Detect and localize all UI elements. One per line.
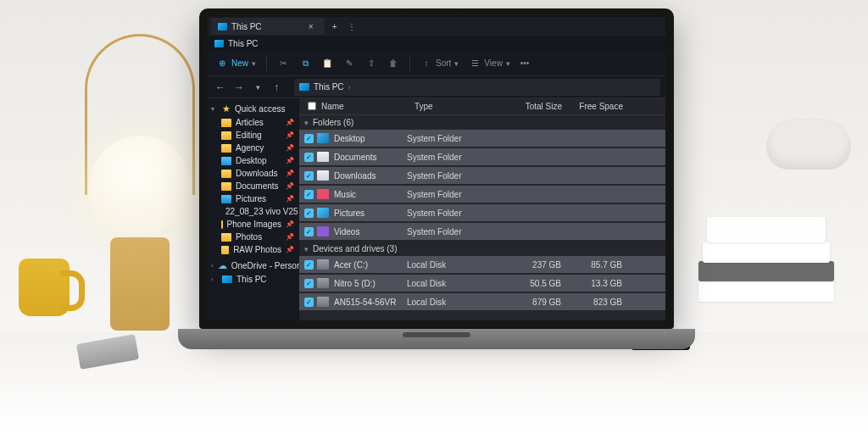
sidebar-item[interactable]: RAW Photos📌	[208, 243, 299, 256]
plus-icon: ⊕	[216, 58, 228, 70]
this-pc-icon	[214, 40, 224, 47]
sidebar-item[interactable]: Phone Images📌	[208, 218, 299, 231]
back-button[interactable]: ←	[213, 81, 228, 93]
item-total-size: 879 GB	[500, 298, 561, 307]
drive-row[interactable]: ✓Acer (C:)Local Disk237 GB85.7 GB	[299, 256, 665, 273]
item-free-space: 13.3 GB	[561, 279, 622, 288]
pin-icon: 📌	[286, 119, 296, 126]
folder-row[interactable]: ✓DesktopSystem Folder	[299, 130, 665, 147]
cut-button[interactable]: ✂	[277, 58, 289, 70]
paste-button[interactable]: 📋	[321, 58, 333, 70]
folder-icon	[221, 170, 231, 178]
chevron-right-icon[interactable]: ›	[211, 275, 218, 283]
item-type: System Folder	[407, 134, 500, 143]
more-button[interactable]: •••	[520, 58, 530, 68]
sidebar-item-label: RAW Photos	[233, 245, 281, 254]
sidebar-item[interactable]: Agency📌	[208, 142, 299, 154]
row-checkbox[interactable]: ✓	[304, 171, 314, 181]
sidebar-item[interactable]: 22_08_23 vivo V25 P📌	[208, 205, 299, 218]
row-checkbox[interactable]: ✓	[304, 279, 314, 288]
sidebar-item[interactable]: Pictures📌	[208, 192, 299, 205]
drive-icon	[317, 278, 329, 288]
up-button[interactable]: ↑	[269, 81, 284, 93]
item-type: System Folder	[407, 171, 500, 181]
row-checkbox[interactable]: ✓	[304, 209, 314, 218]
sidebar-item-label: Quick access	[235, 104, 285, 114]
sidebar-item[interactable]: Downloads📌	[208, 167, 299, 180]
chevron-down-icon: ▾	[304, 245, 309, 253]
column-header-free-space[interactable]: Free Space	[565, 102, 626, 111]
new-button[interactable]: ⊕ New ▾	[216, 58, 256, 70]
folder-row[interactable]: ✓PicturesSystem Folder	[299, 204, 665, 221]
drive-row[interactable]: ✓Nitro 5 (D:)Local Disk50.5 GB13.3 GB	[299, 275, 665, 292]
sidebar-quick-access[interactable]: ▾ ★ Quick access	[208, 102, 299, 116]
chevron-down-icon[interactable]: ▾	[211, 105, 218, 113]
item-name: Desktop	[334, 134, 407, 143]
tab-this-pc[interactable]: This PC ×	[211, 18, 325, 35]
folder-row[interactable]: ✓VideosSystem Folder	[299, 223, 665, 240]
folder-row[interactable]: ✓DownloadsSystem Folder	[299, 167, 665, 184]
item-name: Nitro 5 (D:)	[334, 279, 407, 288]
item-free-space: 823 GB	[561, 298, 622, 307]
drive-row[interactable]: ✓AN515-54-56VRLocal Disk879 GB823 GB	[299, 293, 665, 310]
sidebar-item[interactable]: Articles📌	[208, 116, 299, 129]
row-checkbox[interactable]: ✓	[304, 227, 314, 236]
column-header-name[interactable]: Name	[318, 102, 411, 111]
sidebar-onedrive[interactable]: › ☁ OneDrive - Personal	[208, 259, 299, 273]
sidebar-item-label: OneDrive - Personal	[231, 261, 299, 270]
item-name: Music	[334, 190, 407, 199]
sidebar-item-label: Pictures	[236, 194, 266, 203]
folder-row[interactable]: ✓DocumentsSystem Folder	[299, 148, 665, 165]
item-type: Local Disk	[407, 279, 500, 288]
paste-icon: 📋	[321, 58, 333, 70]
sidebar-item[interactable]: Photos📌	[208, 231, 299, 243]
row-checkbox[interactable]: ✓	[304, 153, 314, 162]
pin-icon: 📌	[286, 246, 296, 253]
folder-icon	[221, 246, 229, 254]
folder-icon	[221, 119, 231, 127]
row-checkbox[interactable]: ✓	[304, 134, 314, 143]
share-icon: ⇪	[365, 58, 377, 70]
close-tab-button[interactable]: ×	[304, 22, 318, 31]
drive-icon	[317, 259, 329, 270]
delete-button[interactable]: 🗑	[387, 58, 399, 70]
row-checkbox[interactable]: ✓	[304, 190, 314, 199]
select-all-checkbox[interactable]	[308, 102, 316, 110]
file-explorer-window: This PC × + ⋮ This PC ⊕ New ▾ ✂	[208, 17, 665, 320]
view-button[interactable]: ☰ View ▾	[469, 58, 510, 70]
item-free-space: 85.7 GB	[561, 260, 622, 270]
new-tab-button[interactable]: +	[328, 22, 342, 31]
address-bar[interactable]: This PC ›	[294, 79, 660, 96]
forward-button[interactable]: →	[231, 81, 247, 93]
sidebar-item[interactable]: Documents📌	[208, 180, 299, 192]
chevron-right-icon: ›	[348, 83, 351, 92]
recent-locations-button[interactable]: ▾	[250, 83, 265, 92]
downloads-icon	[317, 170, 329, 181]
column-header-type[interactable]: Type	[411, 102, 504, 111]
chevron-right-icon[interactable]: ›	[211, 262, 214, 270]
pin-icon: 📌	[286, 157, 296, 164]
row-checkbox[interactable]: ✓	[304, 260, 314, 270]
sidebar-item[interactable]: Desktop📌	[208, 154, 299, 167]
sort-button[interactable]: ↕ Sort ▾	[420, 58, 459, 70]
column-header-total-size[interactable]: Total Size	[504, 102, 565, 111]
folder-icon	[221, 195, 231, 203]
tab-label: This PC	[231, 22, 262, 31]
rename-icon: ✎	[343, 58, 355, 70]
sidebar-this-pc[interactable]: › This PC	[208, 273, 299, 286]
row-checkbox[interactable]: ✓	[304, 298, 314, 307]
item-total-size: 237 GB	[500, 260, 561, 270]
breadcrumb[interactable]: This PC	[314, 82, 344, 92]
rename-button[interactable]: ✎	[343, 58, 355, 70]
tab-overflow-button[interactable]: ⋮	[345, 22, 359, 31]
group-header-drives[interactable]: ▾ Devices and drives (3)	[299, 242, 665, 256]
sidebar-item[interactable]: Editing📌	[208, 129, 299, 142]
group-header-folders[interactable]: ▾ Folders (6)	[299, 115, 665, 130]
share-button[interactable]: ⇪	[365, 58, 377, 70]
sidebar-item-label: Articles	[236, 118, 264, 127]
documents-icon	[317, 152, 329, 162]
copy-button[interactable]: ⧉	[299, 58, 311, 70]
folder-row[interactable]: ✓MusicSystem Folder	[299, 186, 665, 203]
folder-icon	[221, 220, 223, 229]
pin-icon: 📌	[286, 131, 296, 139]
